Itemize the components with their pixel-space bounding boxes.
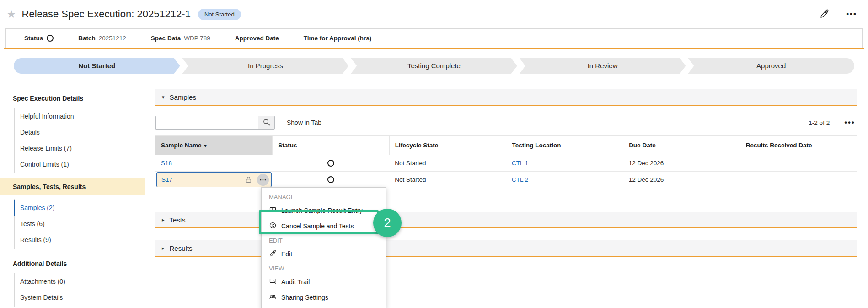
lifecycle-stage-bar: Not Started In Progress Testing Complete…: [0, 49, 868, 80]
sidebar-item-release-limits[interactable]: Release Limits (7): [15, 140, 145, 157]
content-area: Spec Execution Details Helpful Informati…: [0, 80, 868, 308]
caret-right-icon: ▸: [162, 245, 165, 251]
ellipsis-icon: ⋯: [259, 176, 266, 183]
results-received-cell: [740, 172, 857, 188]
sidebar-item-helpful-information[interactable]: Helpful Information: [15, 108, 145, 124]
more-actions-button[interactable]: •••: [844, 8, 859, 21]
record-info-bar: Status Batch 20251212 Spec Data WDP 789 …: [5, 28, 863, 48]
info-label: Status: [24, 35, 43, 42]
results-received-cell: [740, 155, 857, 172]
status-circle-icon: [327, 160, 334, 167]
audit-trail-icon: [269, 277, 277, 286]
due-date-cell: 12 Dec 2026: [623, 155, 740, 172]
sidebar-item-samples[interactable]: Samples (2): [14, 200, 145, 216]
menu-item-sharing-settings[interactable]: Sharing Settings: [262, 290, 386, 305]
table-header-row: Sample Name▾ Status Lifecycle State Test…: [155, 136, 857, 155]
edit-button[interactable]: [818, 7, 831, 22]
main-panel: ▾ Samples Show in Tab 1-2 of: [145, 80, 868, 308]
sidebar-group: Samples (2) Tests (6) Results (9): [14, 199, 145, 249]
search-icon: [263, 118, 271, 128]
sidebar-group: Attachments (0) System Details: [14, 273, 145, 307]
menu-item-label: Cancel Sample and Tests: [281, 222, 354, 230]
due-date-cell: 12 Dec 2026: [623, 172, 740, 188]
menu-item-label: Launch Sample Result Entry: [281, 207, 362, 214]
sort-desc-icon: ▾: [204, 143, 207, 148]
column-header-testing-location[interactable]: Testing Location: [506, 136, 623, 155]
table-row-s17: S17 ⋯: [155, 172, 857, 188]
column-header-sample-name[interactable]: Sample Name▾: [155, 136, 273, 155]
sidebar-item-control-limits[interactable]: Control Limits (1): [15, 157, 145, 173]
menu-item-launch-sample-result-entry[interactable]: Launch Sample Result Entry: [262, 203, 386, 218]
lifecycle-cell: Not Started: [389, 155, 506, 172]
pencil-icon: [269, 249, 277, 259]
search-input[interactable]: [155, 116, 258, 130]
pagination-label: 1-2 of 2: [809, 119, 830, 126]
table-row-s18: S18 Not Started CTL 1 12 Dec 2026: [155, 155, 857, 172]
row-actions-button[interactable]: ⋯: [257, 174, 269, 186]
menu-item-label: Edit: [281, 250, 292, 258]
status-circle-icon: [47, 35, 54, 42]
launch-result-entry-icon: [269, 206, 277, 215]
column-header-status[interactable]: Status: [273, 136, 390, 155]
column-header-lifecycle-state[interactable]: Lifecycle State: [389, 136, 506, 155]
search-button[interactable]: [258, 116, 275, 130]
sidebar-item-system-details[interactable]: System Details: [15, 290, 145, 306]
stage-testing-complete: Testing Complete: [351, 58, 517, 74]
column-header-due-date[interactable]: Due Date: [623, 136, 740, 155]
sidebar: Spec Execution Details Helpful Informati…: [0, 80, 145, 308]
menu-group-label-manage: MANAGE: [262, 190, 386, 203]
selected-sample-cell: S17 ⋯: [156, 172, 272, 187]
sample-link-s18[interactable]: S18: [161, 160, 172, 167]
menu-item-audit-trail[interactable]: Audit Trail: [262, 274, 386, 290]
sidebar-heading-samples-tests-results[interactable]: Samples, Tests, Results: [0, 178, 145, 195]
lifecycle-cell: Not Started: [389, 172, 506, 188]
samples-section-title: Samples: [170, 93, 196, 101]
row-context-menu: MANAGE Launch Sample Result Entry Cancel…: [261, 187, 386, 308]
sidebar-group: Helpful Information Details Release Limi…: [14, 108, 145, 173]
menu-item-cancel-sample-and-tests[interactable]: Cancel Sample and Tests: [262, 218, 386, 234]
info-field-approved-date: Approved Date: [235, 35, 279, 42]
info-value: WDP 789: [184, 35, 210, 42]
info-field-time-for-approval: Time for Approval (hrs): [304, 35, 372, 42]
sample-link-s17[interactable]: S17: [161, 176, 244, 183]
column-header-results-received-date[interactable]: Results Received Date: [740, 136, 857, 155]
grid-more-button[interactable]: •••: [842, 116, 857, 129]
lock-icon: [244, 175, 253, 184]
results-section-title: Results: [170, 244, 193, 252]
menu-group-label-view: VIEW: [262, 262, 386, 274]
page-header: ★ Release Spec Execution: 20251212-1 Not…: [0, 0, 868, 28]
show-in-tab-link[interactable]: Show in Tab: [287, 119, 321, 126]
caret-right-icon: ▸: [162, 217, 165, 223]
menu-item-edit[interactable]: Edit: [262, 246, 386, 262]
favorite-star-icon[interactable]: ★: [6, 9, 16, 20]
info-label: Time for Approval (hrs): [304, 35, 372, 42]
search-control: [155, 116, 275, 130]
status-badge: Not Started: [198, 9, 241, 20]
testing-location-link[interactable]: CTL 2: [512, 176, 528, 183]
menu-item-label: Audit Trail: [281, 278, 310, 286]
page-title: Release Spec Execution: 20251212-1: [22, 8, 191, 20]
sidebar-item-tests[interactable]: Tests (6): [15, 216, 145, 232]
sidebar-item-details[interactable]: Details: [15, 124, 145, 140]
info-label: Batch: [78, 35, 96, 42]
cancel-circle-x-icon: [269, 222, 277, 231]
samples-table: Sample Name▾ Status Lifecycle State Test…: [155, 135, 857, 188]
caret-down-icon: ▾: [162, 94, 165, 100]
sidebar-heading-additional-details[interactable]: Additional Details: [0, 260, 145, 273]
menu-group-label-edit: EDIT: [262, 234, 386, 246]
sidebar-heading-spec-execution-details[interactable]: Spec Execution Details: [0, 95, 145, 108]
samples-toolbar: Show in Tab 1-2 of 2 •••: [155, 116, 857, 130]
sidebar-item-results[interactable]: Results (9): [15, 232, 145, 248]
annotation-step-badge: 2: [373, 209, 402, 237]
stage-in-review: In Review: [520, 58, 686, 74]
info-field-batch: Batch 20251212: [78, 35, 126, 42]
stage-approved: Approved: [688, 58, 854, 74]
sidebar-item-attachments[interactable]: Attachments (0): [15, 274, 145, 290]
info-field-status: Status: [24, 35, 54, 42]
sharing-settings-icon: [269, 293, 277, 302]
column-label: Sample Name: [161, 142, 202, 149]
stage-in-progress: In Progress: [182, 58, 349, 74]
testing-location-link[interactable]: CTL 1: [512, 160, 528, 167]
menu-item-label: Sharing Settings: [281, 294, 328, 301]
samples-section-header[interactable]: ▾ Samples: [155, 89, 857, 106]
